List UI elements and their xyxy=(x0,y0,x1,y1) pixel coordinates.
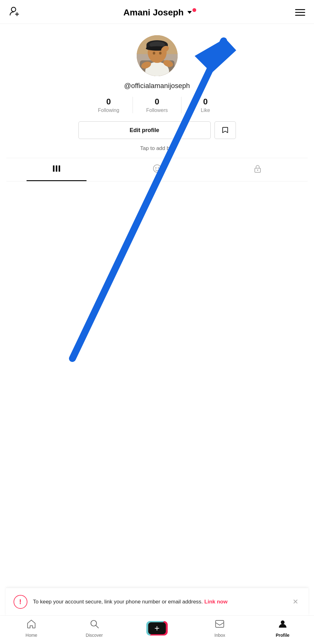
svg-point-23 xyxy=(158,167,159,169)
plus-inner: + xyxy=(148,622,166,634)
followers-stat[interactable]: 0 Followers xyxy=(133,97,181,113)
security-message-text: To keep your account secure, link your p… xyxy=(33,599,203,605)
link-now-button[interactable]: Link now xyxy=(204,599,228,605)
hamburger-line-2 xyxy=(295,12,305,13)
nav-create[interactable]: + xyxy=(126,621,188,636)
nav-inbox[interactable]: Inbox xyxy=(188,619,251,638)
svg-point-0 xyxy=(11,7,16,12)
home-label: Home xyxy=(26,633,37,638)
profile-icon xyxy=(277,619,288,631)
svg-rect-31 xyxy=(216,620,224,627)
discover-label: Discover xyxy=(86,633,103,638)
create-button[interactable]: + xyxy=(146,621,168,636)
title-text: Amani Joseph xyxy=(123,8,184,18)
followers-label: Followers xyxy=(146,108,168,113)
security-warning-icon: ! xyxy=(14,595,27,609)
page-title: Amani Joseph xyxy=(123,8,192,18)
svg-line-30 xyxy=(96,625,98,628)
tab-videos[interactable] xyxy=(6,158,107,181)
username-display: @officialamanijoseph xyxy=(124,82,190,90)
tab-private[interactable] xyxy=(207,158,308,181)
following-count: 0 xyxy=(106,97,111,107)
svg-point-32 xyxy=(281,620,284,624)
svg-point-25 xyxy=(257,169,258,171)
bookmark-button[interactable] xyxy=(214,121,236,139)
content-area xyxy=(0,188,314,345)
svg-point-22 xyxy=(155,167,157,169)
security-message: To keep your account secure, link your p… xyxy=(33,598,284,606)
inbox-label: Inbox xyxy=(214,633,225,638)
edit-profile-button[interactable]: Edit profile xyxy=(78,121,211,139)
likes-count: 0 xyxy=(203,97,208,107)
home-icon xyxy=(26,619,37,631)
followers-count: 0 xyxy=(155,97,159,107)
profile-buttons: Edit profile xyxy=(78,121,236,139)
svg-rect-19 xyxy=(56,165,57,172)
bio-placeholder[interactable]: Tap to add bio xyxy=(140,145,174,152)
tab-liked[interactable] xyxy=(107,158,207,181)
liked-icon xyxy=(152,164,162,175)
plus-icon: + xyxy=(154,624,159,633)
profile-section: @officialamanijoseph 0 Following 0 Follo… xyxy=(0,24,314,188)
svg-rect-20 xyxy=(59,165,60,172)
following-stat[interactable]: 0 Following xyxy=(85,97,133,113)
notification-dot xyxy=(192,8,196,12)
likes-label: Like xyxy=(201,108,210,113)
svg-point-15 xyxy=(153,52,155,55)
stats-row: 0 Following 0 Followers 0 Like xyxy=(85,97,230,113)
videos-icon xyxy=(52,164,61,175)
dismiss-security-button[interactable]: ✕ xyxy=(290,597,301,607)
discover-icon xyxy=(89,619,99,631)
bookmark-icon xyxy=(221,126,229,134)
security-banner: ! To keep your account secure, link your… xyxy=(6,588,308,616)
svg-point-16 xyxy=(159,52,162,55)
profile-label: Profile xyxy=(276,633,290,638)
bottom-navigation: Home Discover + Inbox xyxy=(0,615,314,644)
add-user-button[interactable] xyxy=(9,6,20,19)
svg-rect-18 xyxy=(53,165,54,172)
inbox-icon xyxy=(215,619,225,631)
chevron-down-icon xyxy=(187,11,192,14)
following-label: Following xyxy=(98,108,119,113)
avatar-image xyxy=(137,35,178,76)
lock-icon xyxy=(253,164,262,175)
likes-stat[interactable]: 0 Like xyxy=(181,97,230,113)
nav-profile[interactable]: Profile xyxy=(251,619,314,638)
menu-button[interactable] xyxy=(295,9,305,16)
avatar[interactable] xyxy=(137,35,178,76)
svg-point-21 xyxy=(153,165,161,172)
username-title-wrap[interactable]: Amani Joseph xyxy=(123,8,192,18)
top-navigation: Amani Joseph xyxy=(0,0,314,24)
tabs-row xyxy=(6,158,308,181)
hamburger-line-1 xyxy=(295,9,305,10)
nav-discover[interactable]: Discover xyxy=(63,619,125,638)
nav-home[interactable]: Home xyxy=(0,619,63,638)
hamburger-line-3 xyxy=(295,15,305,16)
